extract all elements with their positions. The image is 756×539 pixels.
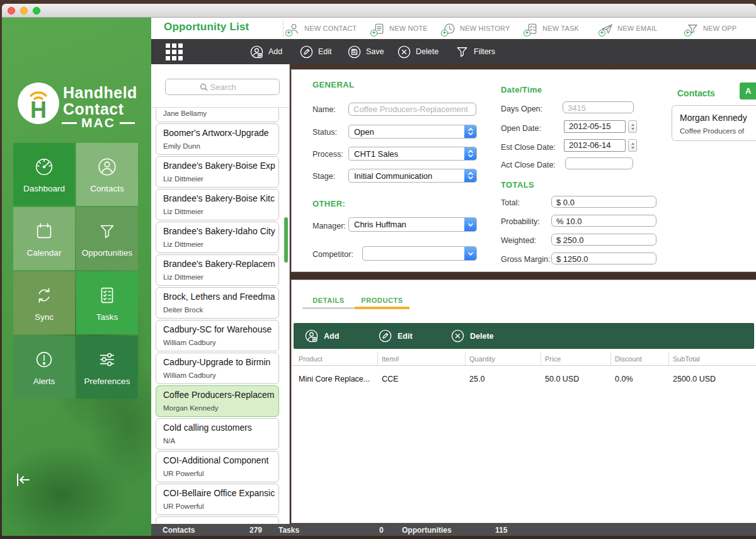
sidebar-item-alerts[interactable]: Alerts	[13, 336, 75, 399]
product-add-button[interactable]: Add	[304, 323, 339, 349]
column-header-subtotal[interactable]: SubTotal	[673, 355, 700, 363]
detail-tabs-panel	[291, 280, 756, 523]
tab-details-underline	[302, 307, 355, 309]
macos-titlebar	[2, 4, 756, 18]
weighted-field[interactable]: $ 250.0	[551, 234, 656, 246]
sidebar-collapse-button[interactable]	[14, 471, 32, 491]
opportunity-list[interactable]: Jane Bellamy Boomer's Artworx-UpgradeEmi…	[151, 107, 289, 523]
sidebar-item-sync[interactable]: Sync	[13, 271, 75, 334]
add-button[interactable]: Add	[249, 39, 282, 64]
contact-add-button[interactable]: A	[740, 82, 756, 99]
products-toolbar	[294, 323, 754, 349]
product-delete-button[interactable]: Delete	[450, 323, 494, 349]
list-item[interactable]: Cadbury-Upgrade to BirminWilliam Cadbury	[156, 353, 279, 384]
status-label: Status:	[312, 128, 337, 137]
edit-button[interactable]: Edit	[299, 39, 332, 64]
funnel-icon	[96, 220, 118, 242]
grid-menu-icon[interactable]	[166, 43, 183, 60]
open-date-stepper[interactable]	[628, 120, 637, 133]
new-email-button[interactable]: + NEW EMAIL	[600, 21, 658, 35]
list-item[interactable]	[156, 516, 279, 523]
act-close-date-label: Act Close Date:	[501, 161, 556, 169]
section-heading-general: GENERAL	[312, 80, 354, 89]
gross-margin-field[interactable]: $ 1250.0	[551, 252, 656, 264]
list-item[interactable]: Brandee's Bakery-Boise ExpLiz Dittmeier	[156, 156, 279, 188]
sidebar-item-calendar[interactable]: Calendar	[13, 207, 75, 270]
list-item[interactable]: Jane Bellamy	[156, 107, 279, 122]
competitor-dropdown[interactable]	[362, 246, 477, 261]
manager-label: Manager:	[312, 222, 346, 230]
tab-details[interactable]: DETAILS	[302, 297, 355, 307]
plus-badge-icon: +	[285, 30, 292, 37]
section-heading-datetime: Date/Time	[501, 85, 542, 94]
list-scrollbar[interactable]	[284, 217, 288, 263]
sidebar-item-dashboard[interactable]: Dashboard	[13, 143, 75, 206]
sidebar-item-label: Contacts	[90, 184, 123, 193]
sliders-icon	[96, 348, 118, 371]
list-item[interactable]: COI-Additional ComponentUR Powerful	[156, 451, 279, 482]
search-box[interactable]	[165, 79, 280, 95]
cell-quantity: 25.0	[469, 375, 484, 383]
act-close-date-field[interactable]	[565, 157, 633, 169]
sidebar-item-opportunities[interactable]: Opportunities	[76, 207, 138, 270]
list-item[interactable]: COI-Bellaire Office ExpansicUR Powerful	[156, 484, 279, 515]
brand-monogram: H	[18, 99, 59, 122]
list-item-selected[interactable]: Coffee Producers-ReplacemMorgan Kennedy	[156, 385, 279, 417]
list-item[interactable]: Brandee's Bakery-Boise KitcLiz Dittmeier	[156, 189, 279, 220]
filters-funnel-icon	[455, 45, 469, 59]
new-note-button[interactable]: + NEW NOTE	[372, 21, 428, 35]
days-open-field[interactable]: 3415	[563, 101, 634, 113]
contact-card[interactable]: Morgan Kennedy Coffee Producers of	[672, 105, 756, 141]
new-contact-button[interactable]: + NEW CONTACT	[287, 21, 357, 35]
cell-product: Mini Core Replace...	[299, 375, 370, 383]
column-header-product[interactable]: Product	[299, 355, 323, 363]
filters-button[interactable]: Filters	[455, 39, 495, 64]
column-header-item[interactable]: Item#	[382, 355, 399, 363]
total-field[interactable]: $ 0.0	[551, 196, 656, 208]
close-button[interactable]	[8, 7, 15, 14]
process-dropdown[interactable]: CHT1 Sales	[348, 147, 477, 161]
minimize-button[interactable]	[20, 7, 28, 14]
new-note-icon: +	[372, 22, 386, 35]
save-button[interactable]: Save	[347, 39, 384, 64]
status-tasks-label: Tasks	[278, 526, 299, 535]
stage-dropdown[interactable]: Initial Communication	[348, 169, 477, 183]
new-opp-funnel-icon: +	[686, 22, 700, 35]
tab-products-underline	[355, 307, 410, 309]
gross-margin-label: Gross Margin:	[501, 255, 551, 264]
list-item[interactable]: Brandee's Bakery-Idaho CityLiz Dittmeier	[156, 222, 279, 253]
new-email-plane-icon: +	[600, 22, 614, 35]
list-item[interactable]: Brock, Lethers and FreedmaDeiter Brock	[156, 287, 279, 319]
product-edit-button[interactable]: Edit	[378, 323, 413, 349]
list-item[interactable]: Brandee's Bakery-ReplacemLiz Dittmeier	[156, 254, 279, 286]
new-history-button[interactable]: + NEW HISTORY	[443, 21, 510, 35]
manager-dropdown[interactable]: Chris Huffman	[348, 217, 477, 232]
column-header-discount[interactable]: Discount	[615, 355, 642, 363]
delete-button[interactable]: Delete	[397, 39, 438, 64]
open-date-field[interactable]: 2012-05-15	[564, 120, 626, 133]
est-close-date-stepper[interactable]	[628, 139, 637, 152]
new-task-icon: +	[525, 22, 539, 35]
sidebar-item-contacts[interactable]: Contacts	[76, 143, 138, 206]
tab-products[interactable]: PRODUCTS	[355, 297, 410, 307]
sidebar-item-preferences[interactable]: Preferences	[76, 336, 138, 399]
page-title: Opportunity List	[164, 21, 249, 33]
column-header-quantity[interactable]: Quantity	[469, 355, 495, 363]
dropdown-arrows-icon	[464, 125, 476, 138]
search-input[interactable]	[210, 82, 246, 92]
name-field[interactable]: Coffee Producers-Replacement	[348, 103, 476, 116]
new-task-button[interactable]: + NEW TASK	[525, 21, 579, 35]
list-item[interactable]: Cadbury-SC for WarehouseWilliam Cadbury	[156, 320, 279, 351]
sidebar-item-tasks[interactable]: Tasks	[76, 271, 138, 334]
column-header-price[interactable]: Price	[545, 355, 561, 363]
plus-badge-icon: +	[684, 30, 691, 37]
dropdown-arrows-icon	[464, 169, 476, 182]
list-item[interactable]: Boomer's Artworx-UpgradeEmily Dunn	[156, 123, 279, 155]
list-item[interactable]: Cold calling customersN/A	[156, 418, 279, 450]
new-opp-button[interactable]: + NEW OPP	[686, 21, 736, 35]
est-close-date-field[interactable]: 2012-06-14	[564, 139, 626, 152]
dash-decoration	[62, 122, 77, 124]
status-dropdown[interactable]: Open	[348, 125, 477, 139]
probability-field[interactable]: % 10.0	[551, 215, 656, 227]
zoom-button[interactable]	[33, 7, 40, 14]
